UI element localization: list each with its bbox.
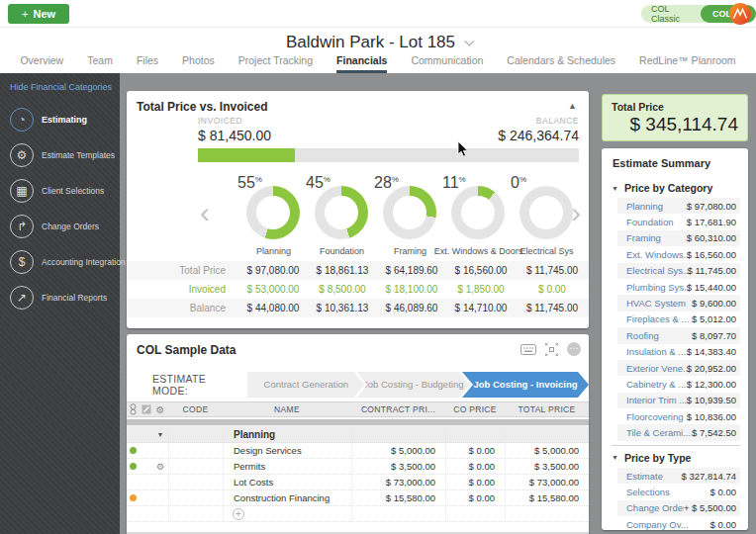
column-code[interactable]: CODE	[168, 404, 223, 414]
category-label[interactable]: Plumbing Sys...	[626, 282, 687, 293]
tab-overview[interactable]: Overview	[20, 51, 63, 73]
type-row[interactable]: Company Ov...$ 0.00	[617, 516, 740, 530]
tab-files[interactable]: Files	[137, 51, 158, 73]
category-label[interactable]: HVAC System	[626, 298, 686, 309]
sidebar-item-estimating[interactable]: ◔Estimating	[0, 102, 120, 137]
total-price-cell[interactable]: $ 5,000.00	[505, 443, 589, 458]
mode-job-costing-invoicing[interactable]: Job Costing - Invoicing	[462, 372, 589, 398]
add-line-icon[interactable]: +	[233, 508, 244, 520]
category-row[interactable]: Cabinetry & ...$ 12,300.00	[617, 376, 740, 392]
table-row[interactable]: Lot Costs$ 73,000.00$ 0.00$ 73,000.00	[127, 475, 589, 490]
type-row[interactable]: Change Orders+ $ 5,500.00	[617, 500, 740, 516]
category-row[interactable]: Fireplaces & ...$ 5,012.00	[617, 312, 740, 327]
column-co-price[interactable]: CO PRICE	[445, 404, 505, 414]
name-cell[interactable]: Construction Financing	[223, 490, 351, 505]
type-label[interactable]: Selections	[626, 487, 670, 497]
type-row[interactable]: Selections$ 0.00	[617, 484, 740, 499]
toggle-col-classic[interactable]: COL Classic	[641, 4, 701, 24]
expand-icon[interactable]	[545, 343, 558, 356]
price-by-type-section[interactable]: ▼ Price by Type	[612, 452, 748, 464]
code-cell[interactable]	[168, 443, 223, 458]
paperclip-icon[interactable]	[127, 402, 140, 416]
category-label[interactable]: Electrical Sys...	[626, 265, 688, 276]
tab-calendars-schedules[interactable]: Calendars & Schedules	[507, 51, 615, 73]
category-label[interactable]: Roofing	[626, 330, 659, 341]
co-price-cell[interactable]: $ 0.00	[445, 475, 505, 490]
code-cell[interactable]	[168, 475, 223, 490]
sidebar-item-client-selections[interactable]: ▦Client Selections	[0, 173, 120, 209]
category-label[interactable]: Ext. Windows...	[626, 249, 687, 260]
more-options-icon[interactable]: ⋯	[567, 342, 581, 356]
donut-chart-item[interactable]: 55%Planning	[239, 174, 308, 261]
category-row[interactable]: Interior Trim ...$ 10,939.50	[617, 393, 740, 408]
category-row[interactable]: Tile & Cerami...$ 7,542.50	[617, 424, 740, 440]
hide-financial-categories-link[interactable]: Hide Financial Categories	[10, 82, 120, 92]
tab-photos[interactable]: Photos	[182, 51, 215, 73]
donut-chart-item[interactable]: 45%Foundation	[308, 174, 376, 261]
table-row[interactable]: Design Services$ 5,000.00$ 0.00$ 5,000.0…	[127, 443, 589, 459]
tab-communication[interactable]: Communication	[411, 51, 483, 73]
category-label[interactable]: Floorcovering	[626, 411, 684, 422]
column-contract-price[interactable]: CONTRACT PRI...	[351, 404, 445, 414]
code-cell[interactable]	[168, 490, 223, 505]
mode-contract-generation[interactable]: Contract Generation	[247, 372, 364, 398]
category-label[interactable]: Exterior Vene...	[626, 363, 687, 374]
mode-job-costing-budgeting[interactable]: Job Costing - Budgeting	[357, 372, 470, 398]
category-label[interactable]: Fireplaces & ...	[626, 313, 689, 324]
category-row[interactable]: Electrical Sys...$ 11,745.00	[617, 263, 740, 279]
table-row[interactable]: ⚙Permits$ 3,500.00$ 0.00$ 3,500.00	[127, 459, 589, 475]
category-row[interactable]: Ext. Windows...$ 16,560.00	[617, 246, 740, 262]
co-price-cell[interactable]: $ 0.00	[445, 459, 505, 474]
sidebar-item-estimate-templates[interactable]: ⚙Estimate Templates	[0, 137, 120, 173]
donut-chart-item[interactable]: 0%Electrical Sys	[513, 174, 581, 261]
total-price-cell[interactable]: $ 3,500.00	[505, 459, 589, 474]
column-name[interactable]: NAME	[223, 404, 351, 414]
table-scroll-band[interactable]	[127, 417, 589, 427]
gear-icon[interactable]: ⚙	[152, 402, 168, 416]
contract-price-cell[interactable]: $ 5,000.00	[351, 443, 445, 458]
category-label[interactable]: Planning	[626, 201, 663, 212]
category-row[interactable]: Framing$ 60,310.00	[617, 230, 740, 246]
type-row[interactable]: Estimate$ 327,814.74	[617, 468, 740, 484]
type-label[interactable]: Estimate	[626, 471, 663, 482]
category-row[interactable]: Foundation$ 17,681.90	[617, 214, 740, 229]
sidebar-item-accounting-integration[interactable]: $Accounting Integration	[0, 244, 120, 280]
name-cell[interactable]: Permits	[223, 459, 351, 474]
tab-team[interactable]: Team	[87, 51, 113, 73]
category-row[interactable]: HVAC System$ 9,600.00	[617, 295, 740, 311]
co-price-cell[interactable]: $ 0.00	[445, 490, 505, 505]
contract-price-cell[interactable]: $ 3,500.00	[351, 459, 445, 474]
carousel-prev-icon[interactable]: ‹	[200, 198, 210, 227]
sidebar-item-financial-reports[interactable]: ↗Financial Reports	[0, 280, 120, 315]
tab-project-tracking[interactable]: Project Tracking	[238, 51, 313, 73]
column-total-price[interactable]: TOTAL PRICE	[505, 404, 589, 414]
edit-note-icon[interactable]	[140, 402, 152, 416]
price-by-category-section[interactable]: ▼ Price by Category	[612, 182, 748, 194]
type-label[interactable]: Change Orders	[626, 502, 684, 513]
category-label[interactable]: Interior Trim ...	[626, 395, 687, 405]
category-row[interactable]: Insulation & ...$ 14,383.40	[617, 344, 740, 360]
group-row-planning[interactable]: ▼ Planning	[127, 427, 589, 443]
collapse-group-icon[interactable]: ▼	[157, 431, 164, 438]
category-label[interactable]: Cabinetry & ...	[626, 379, 686, 390]
donut-chart-item[interactable]: 11%Ext. Windows & Doors	[444, 174, 513, 261]
name-cell[interactable]: Design Services	[223, 443, 351, 458]
total-price-cell[interactable]: $ 73,000.00	[505, 475, 589, 490]
table-row[interactable]: Construction Financing$ 15,580.00$ 0.00$…	[127, 490, 589, 506]
sidebar-item-change-orders[interactable]: ↱Change Orders	[0, 209, 120, 244]
tab-redline-planroom[interactable]: RedLine™ Planroom	[639, 51, 735, 73]
category-row[interactable]: Plumbing Sys...$ 15,440.00	[617, 279, 740, 295]
category-row[interactable]: Floorcovering$ 10,836.00	[617, 408, 740, 424]
brand-logo-icon[interactable]	[728, 2, 752, 26]
code-cell[interactable]	[168, 459, 223, 474]
gear-icon[interactable]: ⚙	[156, 462, 164, 472]
category-label[interactable]: Foundation	[626, 217, 674, 227]
category-label[interactable]: Insulation & ...	[626, 346, 686, 357]
total-price-cell[interactable]: $ 15,580.00	[505, 490, 589, 505]
new-button[interactable]: +New	[8, 4, 69, 24]
contract-price-cell[interactable]: $ 15,580.00	[351, 490, 445, 505]
keyboard-icon[interactable]	[520, 344, 536, 355]
category-row[interactable]: Planning$ 97,080.00	[617, 198, 740, 214]
co-price-cell[interactable]: $ 0.00	[445, 443, 505, 458]
category-label[interactable]: Tile & Cerami...	[626, 427, 691, 438]
